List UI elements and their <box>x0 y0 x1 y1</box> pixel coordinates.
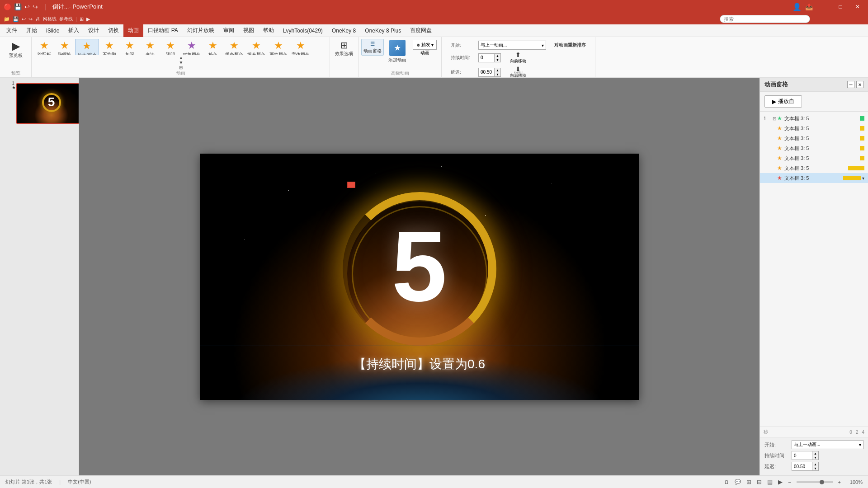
notes-icon[interactable]: 🗒 <box>724 479 729 485</box>
anim-spin-btn[interactable]: ★ 陀螺旋 <box>55 39 75 55</box>
settings-start-dropdown[interactable]: 与上一动画... ▾ <box>792 440 863 449</box>
save-icon[interactable]: 💾 <box>14 3 22 10</box>
forward-btn[interactable]: ⬆ 向前移动 <box>510 51 526 64</box>
zoom-in-btn[interactable]: + <box>838 479 841 485</box>
anim-fade-btn[interactable]: ★ 变淡 <box>140 39 160 55</box>
close-btn[interactable]: ✕ <box>851 2 864 11</box>
zoom-slider[interactable] <box>797 481 833 483</box>
menu-slideshow[interactable]: 幻灯片放映 <box>183 24 219 37</box>
anim-bar-6 <box>848 166 864 170</box>
menu-transition[interactable]: 切换 <box>104 24 123 37</box>
menu-lvyh[interactable]: LvyhTools(0429) <box>278 24 327 37</box>
anim-scroll-down[interactable]: ▼ <box>179 60 184 65</box>
undo-icon[interactable]: ↩ <box>24 3 30 10</box>
anim-list-item-3[interactable]: ⊡ ★ 文本框 3: 5 <box>760 133 868 143</box>
settings-duration-up[interactable]: ▲ <box>812 451 818 455</box>
anim-star-icon-3: ★ <box>777 135 784 141</box>
qa-undo-icon[interactable]: ↩ <box>22 16 26 22</box>
menu-onekey8plus[interactable]: OneKey 8 Plus <box>360 24 406 37</box>
effect-options-btn[interactable]: ⊞ 效果选项 <box>333 39 355 57</box>
anim-scroll-expand[interactable]: ⊞ <box>179 65 184 70</box>
qa-ref-icon[interactable]: 参考线 <box>59 16 73 22</box>
anim-uneven-btn[interactable]: ★ 不均和 <box>99 39 119 55</box>
anim-trans-btn[interactable]: ★ 透明 <box>160 39 180 55</box>
reading-view-btn[interactable]: ▤ <box>767 479 773 485</box>
qa-grid-icon[interactable]: 网格线 <box>43 16 57 22</box>
menu-onekey8[interactable]: OneKey 8 <box>327 24 360 37</box>
maximize-btn[interactable]: □ <box>834 2 847 11</box>
menu-file[interactable]: 文件 <box>2 24 22 37</box>
redo-icon[interactable]: ↪ <box>33 3 38 10</box>
anim-darken-btn[interactable]: ★ 加深 <box>120 39 140 55</box>
small-rect-indicator[interactable] <box>347 182 355 188</box>
slide-thumb-1[interactable]: 5 <box>16 83 79 124</box>
anim-list-item-7[interactable]: ⊡ ★ 文本框 3: 5 ▾ <box>760 173 868 183</box>
qa-misc1[interactable]: ⊞ <box>80 16 84 22</box>
delay-spin-down[interactable]: ▼ <box>494 72 500 76</box>
ribbon-timing-section: 开始: 与上一动画... ▾ 对动画重新排序 持续时间: 0 ▲ ▼ <box>442 37 595 77</box>
qa-redo-icon[interactable]: ↪ <box>28 16 33 22</box>
menu-animation[interactable]: 动画 <box>123 24 143 37</box>
anim-list-item-1[interactable]: 1 ⊡ ★ 文本框 3: 5 <box>760 113 868 123</box>
duration-spin-up[interactable]: ▲ <box>494 54 500 58</box>
anim-jump-btn[interactable]: ★ 跳跃板 <box>34 39 54 55</box>
menu-review[interactable]: 审阅 <box>219 24 239 37</box>
search-input[interactable] <box>720 15 810 23</box>
qa-folder-icon[interactable]: 📁 <box>4 16 10 22</box>
settings-delay-up[interactable]: ▲ <box>812 462 818 466</box>
qa-misc2[interactable]: ▶ <box>86 16 90 22</box>
qa-print-icon[interactable]: 🖨 <box>35 16 40 22</box>
menu-pa[interactable]: 口径动画 PA <box>143 24 182 37</box>
anim-scroll-up[interactable]: ▲ <box>179 55 184 60</box>
anim-list-item-4[interactable]: ⊡ ★ 文本框 3: 5 <box>760 143 868 153</box>
anim-fill-btn[interactable]: ★ 朴色 <box>203 39 223 55</box>
canvas-area[interactable]: 5 【持续时间】设置为0.6 <box>79 78 760 475</box>
anim-list-item-5[interactable]: ⊡ ★ 文本框 3: 5 <box>760 153 868 163</box>
minimize-btn[interactable]: ─ <box>816 2 830 11</box>
anim-dropdown-arrow-7[interactable]: ▾ <box>862 176 864 181</box>
settings-duration-spin[interactable]: 0 ▲ ▼ <box>792 451 819 460</box>
comment-icon[interactable]: 💬 <box>735 479 741 485</box>
anim-zoom-btn[interactable]: ★ 放大/缩小 <box>75 39 99 55</box>
trigger-btn[interactable]: 🖱触发▾ 动画 <box>411 39 439 57</box>
delay-spin-up[interactable]: ▲ <box>494 68 500 72</box>
timing-duration-spin[interactable]: 0 ▲ ▼ <box>478 53 501 62</box>
anim-list-item-2[interactable]: ⊡ ★ 文本框 3: 5 <box>760 123 868 133</box>
zoom-level[interactable]: 100% <box>846 479 863 485</box>
anim-panel-close-btn[interactable]: ✕ <box>856 81 863 88</box>
zoom-out-btn[interactable]: − <box>788 479 791 485</box>
slide-panel: 1 5 ★ <box>0 78 79 475</box>
preview-section-label: 预览 <box>11 70 20 76</box>
settings-delay-spin[interactable]: 00.50 ▲ ▼ <box>792 462 819 471</box>
anim-brushcolor-btn[interactable]: ★ 画笔颜色 <box>268 39 289 55</box>
anim-panel-toggle-btn[interactable]: ☰ 动画窗格 <box>361 39 384 56</box>
menu-islide[interactable]: iSlide <box>42 24 64 37</box>
menu-home[interactable]: 开始 <box>22 24 42 37</box>
play-all-btn[interactable]: ▶ 播放自 <box>764 95 802 108</box>
menu-view[interactable]: 视图 <box>239 24 259 37</box>
anim-objcolor-btn[interactable]: ★ 对象颜色 <box>181 39 203 55</box>
share-icon[interactable]: 📤 <box>805 3 813 10</box>
menu-insert[interactable]: 插入 <box>64 24 84 37</box>
qa-save-icon[interactable]: 💾 <box>13 16 19 22</box>
menu-design[interactable]: 设计 <box>84 24 104 37</box>
anim-fontcolor-btn[interactable]: ★ 字体颜色 <box>290 39 311 55</box>
timing-start-dropdown[interactable]: 与上一动画... ▾ <box>478 41 546 50</box>
duration-spin-down[interactable]: ▼ <box>494 58 500 62</box>
add-anim-btn[interactable]: ★ 添加动画 <box>386 39 409 64</box>
normal-view-btn[interactable]: ⊞ <box>746 479 751 485</box>
anim-list-item-6[interactable]: ⊡ ★ 文本框 3: 5 <box>760 163 868 173</box>
anim-linecolor-btn[interactable]: ★ 线条颜色 <box>223 39 245 55</box>
settings-delay-down[interactable]: ▼ <box>812 466 818 470</box>
anim-panel-minimize-btn[interactable]: ─ <box>847 81 854 88</box>
ribbon-preview-section: ▶ 预览板 预览 <box>0 37 32 77</box>
slide-sorter-btn[interactable]: ⊟ <box>757 479 762 485</box>
menu-baidu[interactable]: 百度网盘 <box>406 24 436 37</box>
menu-help[interactable]: 帮助 <box>259 24 278 37</box>
timing-delay-spin[interactable]: 00.50 ▲ ▼ <box>478 68 501 77</box>
presenter-view-btn[interactable]: ▶ <box>778 479 783 485</box>
preview-btn[interactable]: ▶ 预览板 <box>6 39 26 59</box>
settings-duration-down[interactable]: ▼ <box>812 455 818 460</box>
anim-fillcolor-btn[interactable]: ★ 填充颜色 <box>245 39 267 55</box>
user-icon[interactable]: 👤 <box>793 3 802 11</box>
